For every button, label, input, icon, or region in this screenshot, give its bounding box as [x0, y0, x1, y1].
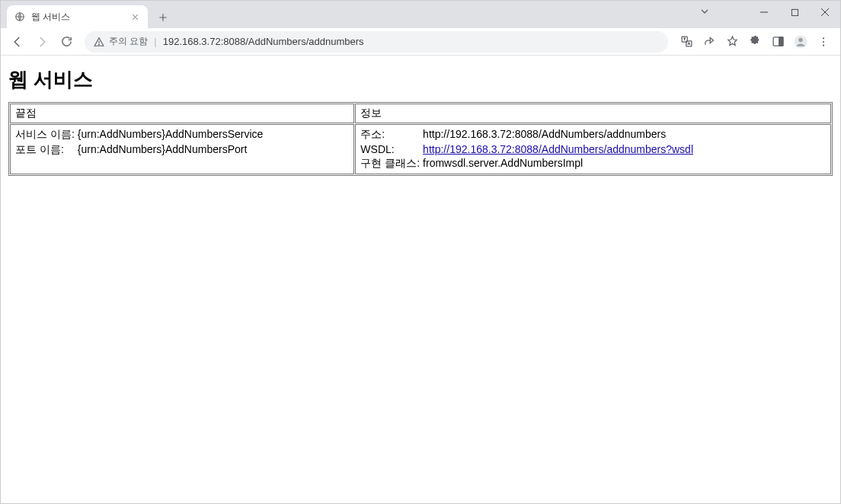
- svg-point-10: [823, 40, 824, 42]
- svg-point-2: [99, 44, 100, 45]
- bookmark-button[interactable]: [721, 31, 743, 53]
- port-name-value: {urn:AddNumbers}AddNumbersPort: [78, 142, 267, 158]
- warning-icon: [94, 37, 104, 47]
- impl-class-label: 구현 클래스:: [360, 156, 423, 171]
- address-value: http://192.168.3.72:8088/AddNumbers/addn…: [423, 127, 696, 142]
- window-maximize-button[interactable]: [779, 1, 810, 24]
- endpoint-cell: 서비스 이름: {urn:AddNumbers}AddNumbersServic…: [10, 124, 354, 174]
- info-cell: 주소: http://192.168.3.72:8088/AddNumbers/…: [355, 124, 831, 174]
- col-header-info: 정보: [355, 104, 831, 123]
- svg-rect-1: [791, 9, 798, 15]
- service-name-value: {urn:AddNumbers}AddNumbersService: [78, 127, 267, 142]
- tab-search-button[interactable]: [699, 5, 711, 18]
- extensions-button[interactable]: [744, 31, 766, 53]
- omnibox-separator: |: [154, 36, 156, 47]
- back-button[interactable]: [7, 31, 28, 53]
- profile-button[interactable]: [790, 31, 811, 53]
- svg-point-11: [823, 44, 824, 46]
- page-content: 웹 서비스 끝점 정보 서비스 이름: {urn:AddNumbers}AddN…: [1, 56, 840, 182]
- forward-button[interactable]: [31, 31, 53, 53]
- browser-toolbar: 주의 요함 | 192.168.3.72:8088/AddNumbers/add…: [1, 28, 840, 56]
- svg-rect-6: [779, 37, 782, 46]
- wsdl-label: WSDL:: [360, 142, 423, 156]
- webservice-table: 끝점 정보 서비스 이름: {urn:AddNumbers}AddNumbers…: [8, 102, 833, 176]
- globe-icon: [14, 11, 25, 22]
- svg-point-8: [798, 37, 802, 41]
- tab-title: 웹 서비스: [31, 11, 123, 24]
- address-label: 주소:: [360, 127, 423, 142]
- sidepanel-button[interactable]: [767, 31, 788, 53]
- reload-button[interactable]: [56, 31, 77, 53]
- port-name-label: 포트 이름:: [15, 142, 78, 158]
- service-name-label: 서비스 이름:: [15, 127, 78, 142]
- omnibox-url: 192.168.3.72:8088/AddNumbers/addnumbers: [163, 36, 364, 47]
- tab-close-icon[interactable]: [130, 11, 140, 22]
- security-indicator[interactable]: 주의 요함: [94, 35, 148, 48]
- impl-class-value: fromwsdl.server.AddNumbersImpl: [423, 156, 696, 171]
- window-titlebar: 웹 서비스: [1, 1, 840, 28]
- table-header-row: 끝점 정보: [10, 104, 831, 123]
- address-bar[interactable]: 주의 요함 | 192.168.3.72:8088/AddNumbers/add…: [85, 31, 668, 53]
- wsdl-link[interactable]: http://192.168.3.72:8088/AddNumbers/addn…: [423, 143, 693, 155]
- share-button[interactable]: [699, 31, 720, 53]
- translate-button[interactable]: [676, 31, 697, 53]
- window-controls: [749, 1, 840, 24]
- page-title: 웹 서비스: [8, 66, 833, 93]
- col-header-endpoint: 끝점: [10, 104, 354, 123]
- browser-tab[interactable]: 웹 서비스: [7, 5, 148, 28]
- window-minimize-button[interactable]: [749, 1, 779, 24]
- menu-button[interactable]: [813, 31, 834, 53]
- svg-point-9: [823, 37, 824, 39]
- table-row: 서비스 이름: {urn:AddNumbers}AddNumbersServic…: [10, 124, 831, 174]
- new-tab-button[interactable]: [152, 7, 174, 28]
- window-close-button[interactable]: [810, 1, 840, 24]
- security-label: 주의 요함: [109, 35, 148, 48]
